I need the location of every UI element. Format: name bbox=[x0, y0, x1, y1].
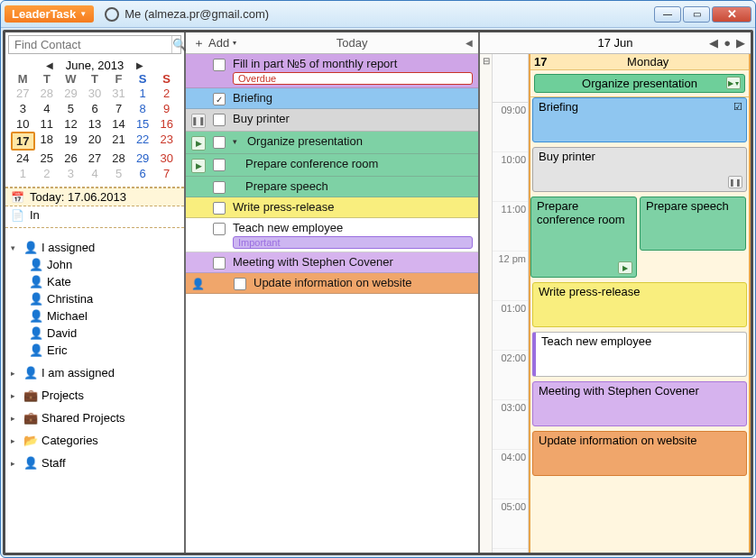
calendar-day[interactable]: 5 bbox=[59, 101, 83, 116]
task-checkbox[interactable] bbox=[213, 257, 226, 270]
calendar-day[interactable]: 3 bbox=[59, 166, 83, 181]
calendar-day[interactable]: 28 bbox=[106, 151, 131, 166]
calendar-day[interactable]: 9 bbox=[154, 101, 179, 116]
schedule-prev[interactable]: ◀ bbox=[709, 36, 718, 50]
calendar-day[interactable]: 31 bbox=[106, 86, 131, 101]
minimize-button[interactable]: — bbox=[654, 6, 681, 23]
task-row[interactable]: ▶Prepare conference room bbox=[186, 154, 478, 177]
schedule-event[interactable]: Prepare speech bbox=[640, 197, 746, 251]
calendar-day[interactable]: 26 bbox=[59, 151, 83, 166]
calendar-day[interactable]: 2 bbox=[35, 166, 60, 181]
schedule-next[interactable]: ▶ bbox=[736, 36, 745, 50]
calendar-day[interactable]: 6 bbox=[131, 166, 155, 181]
calendar-day[interactable]: 12 bbox=[59, 116, 83, 132]
play-icon[interactable]: ▶ bbox=[191, 159, 206, 173]
person-item[interactable]: 👤John bbox=[5, 256, 184, 273]
calendar-day[interactable]: 19 bbox=[59, 132, 83, 151]
calendar-day[interactable]: 30 bbox=[154, 151, 179, 166]
task-row[interactable]: Teach new employeeImportant bbox=[186, 218, 478, 252]
person-item[interactable]: 👤Eric bbox=[5, 342, 184, 359]
calendar-day[interactable]: 4 bbox=[35, 101, 60, 116]
calendar-day[interactable]: 18 bbox=[35, 132, 60, 151]
pause-icon[interactable]: ❚❚ bbox=[191, 114, 206, 128]
add-task-button[interactable]: ＋ Add ▾ bbox=[186, 32, 244, 53]
calendar-day[interactable]: 11 bbox=[35, 116, 60, 132]
calendar-day[interactable]: 2 bbox=[154, 86, 179, 101]
calendar-day[interactable]: 1 bbox=[11, 166, 35, 181]
schedule-event[interactable]: Update information on website bbox=[532, 431, 747, 476]
calendar-day[interactable]: 14 bbox=[106, 116, 131, 132]
task-row[interactable]: Fill in part №5 of monthly reportOverdue bbox=[186, 54, 478, 88]
pause-icon[interactable]: ❚❚ bbox=[728, 176, 742, 188]
collapse-toggle[interactable]: ⊟ bbox=[480, 54, 493, 553]
schedule-event[interactable]: Teach new employee bbox=[532, 332, 747, 377]
calendar-day[interactable]: 28 bbox=[35, 86, 60, 101]
inbox-shortcut[interactable]: 📄 In bbox=[5, 206, 184, 228]
task-checkbox[interactable] bbox=[213, 114, 226, 126]
calendar-day[interactable]: 10 bbox=[11, 116, 35, 132]
cal-next[interactable]: ▶ bbox=[136, 60, 143, 70]
tasklist-prev[interactable]: ◀ bbox=[460, 38, 478, 48]
calendar-day[interactable]: 21 bbox=[106, 132, 131, 151]
task-row[interactable]: 👤Update information on website bbox=[186, 273, 478, 294]
task-row[interactable]: Write press-release bbox=[186, 197, 478, 218]
schedule-event[interactable]: Buy printer❚❚ bbox=[532, 147, 747, 192]
calendar-day[interactable]: 17 bbox=[11, 132, 35, 151]
calendar-day[interactable]: 29 bbox=[59, 86, 83, 101]
calendar-day[interactable]: 27 bbox=[83, 151, 107, 166]
schedule-event[interactable]: Briefing☑ bbox=[532, 97, 747, 142]
calendar-day[interactable]: 25 bbox=[35, 151, 60, 166]
calendar-day[interactable]: 15 bbox=[131, 116, 155, 132]
calendar-day[interactable]: 7 bbox=[154, 166, 179, 181]
calendar-day[interactable]: 3 bbox=[11, 101, 35, 116]
close-button[interactable]: ✕ bbox=[712, 6, 751, 23]
task-row[interactable]: ▶▾Organize presentation bbox=[186, 132, 478, 154]
calendar-day[interactable]: 30 bbox=[83, 86, 107, 101]
today-shortcut[interactable]: 📅 Today: 17.06.2013 bbox=[5, 188, 184, 206]
task-row[interactable]: ❚❚Buy printer bbox=[186, 109, 478, 132]
calendar-day[interactable]: 20 bbox=[83, 132, 107, 151]
task-row[interactable]: ✓Briefing bbox=[186, 88, 478, 109]
task-checkbox[interactable] bbox=[213, 202, 226, 215]
task-checkbox[interactable]: ✓ bbox=[213, 93, 226, 105]
calendar-day[interactable]: 13 bbox=[83, 116, 107, 132]
person-item[interactable]: 👤Christina bbox=[5, 290, 184, 307]
task-checkbox[interactable] bbox=[213, 181, 226, 194]
allday-event[interactable]: Organize presentation ▶ ▾ bbox=[534, 74, 745, 93]
calendar-day[interactable]: 1 bbox=[131, 86, 155, 101]
app-menu-button[interactable]: LeaderTask ▼ bbox=[5, 5, 94, 23]
maximize-button[interactable]: ▭ bbox=[683, 6, 710, 23]
search-input[interactable] bbox=[9, 36, 171, 53]
task-checkbox[interactable] bbox=[234, 278, 246, 290]
tree-categories[interactable]: ▸ 📂 Categories bbox=[5, 432, 184, 449]
task-checkbox[interactable] bbox=[213, 159, 226, 171]
calendar-day[interactable]: 24 bbox=[11, 151, 35, 166]
calendar-day[interactable]: 16 bbox=[154, 116, 179, 132]
tree-i-assigned[interactable]: ▾ 👤 I assigned bbox=[5, 239, 184, 256]
task-row[interactable]: Meeting with Stephen Covener bbox=[186, 252, 478, 273]
calendar-day[interactable]: 6 bbox=[83, 101, 107, 116]
calendar-day[interactable]: 22 bbox=[131, 132, 155, 151]
tree-i-am-assigned[interactable]: ▸ 👤 I am assigned bbox=[5, 364, 184, 381]
play-icon[interactable]: ▶ bbox=[618, 261, 632, 274]
person-item[interactable]: 👤Kate bbox=[5, 273, 184, 290]
person-item[interactable]: 👤David bbox=[5, 325, 184, 342]
search-button[interactable]: 🔍 bbox=[171, 36, 187, 53]
play-icon[interactable]: ▶ ▾ bbox=[726, 77, 741, 89]
calendar-day[interactable]: 8 bbox=[131, 101, 155, 116]
today-dot-icon[interactable]: ● bbox=[724, 36, 731, 50]
tree-projects[interactable]: ▸ 💼 Projects bbox=[5, 387, 184, 404]
chevron-down-icon[interactable]: ▾ bbox=[233, 137, 240, 146]
task-checkbox[interactable] bbox=[213, 136, 226, 149]
calendar-day[interactable]: 5 bbox=[106, 166, 131, 181]
tree-staff[interactable]: ▸ 👤 Staff bbox=[5, 454, 184, 471]
task-checkbox[interactable] bbox=[213, 59, 226, 71]
tree-shared-projects[interactable]: ▸ 💼 Shared Projects bbox=[5, 409, 184, 426]
cal-prev[interactable]: ◀ bbox=[46, 60, 53, 70]
task-row[interactable]: Prepare speech bbox=[186, 177, 478, 197]
calendar-day[interactable]: 4 bbox=[83, 166, 107, 181]
play-icon[interactable]: ▶ bbox=[191, 136, 206, 151]
calendar-day[interactable]: 23 bbox=[154, 132, 179, 151]
task-checkbox[interactable] bbox=[213, 223, 226, 235]
calendar-day[interactable]: 29 bbox=[131, 151, 155, 166]
